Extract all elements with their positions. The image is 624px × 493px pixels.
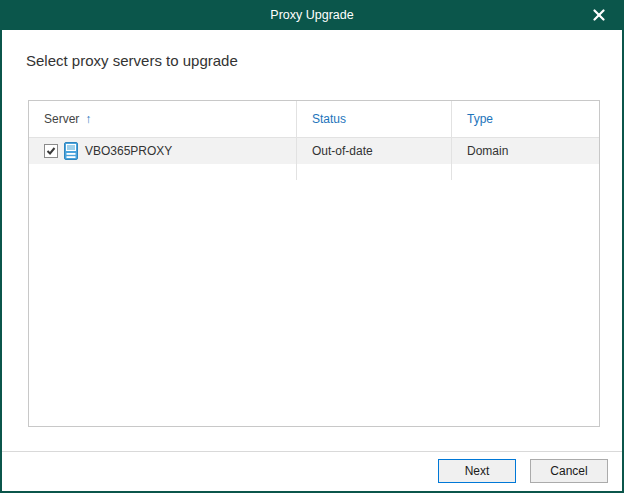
next-button[interactable]: Next	[438, 459, 516, 483]
type-value: Domain	[467, 144, 508, 158]
server-icon	[64, 142, 78, 160]
status-value: Out-of-date	[312, 144, 373, 158]
cancel-button[interactable]: Cancel	[530, 459, 608, 483]
column-header-status-label: Status	[312, 112, 346, 126]
page-title: Select proxy servers to upgrade	[26, 52, 238, 69]
titlebar: Proxy Upgrade	[0, 0, 624, 30]
column-header-server[interactable]: Server ↑	[29, 101, 297, 137]
table-row[interactable]: VBO365PROXY Out-of-date Domain	[29, 138, 599, 164]
server-cell: VBO365PROXY	[29, 138, 297, 164]
column-header-server-label: Server	[44, 112, 79, 126]
table-header-row: Server ↑ Status Type	[29, 101, 599, 138]
column-header-status[interactable]: Status	[297, 101, 452, 137]
close-icon	[593, 9, 605, 21]
window-title: Proxy Upgrade	[270, 8, 353, 22]
next-button-label: Next	[465, 464, 490, 478]
footer-separator	[2, 451, 622, 452]
close-button[interactable]	[582, 0, 616, 30]
column-header-type[interactable]: Type	[452, 101, 599, 137]
cancel-button-label: Cancel	[550, 464, 587, 478]
type-cell: Domain	[452, 138, 599, 164]
column-header-type-label: Type	[467, 112, 493, 126]
column-divider-stub	[29, 164, 599, 180]
proxy-server-table: Server ↑ Status Type	[28, 100, 600, 427]
row-checkbox[interactable]	[44, 144, 58, 158]
proxy-upgrade-dialog: Proxy Upgrade Select proxy servers to up…	[0, 0, 624, 493]
server-name: VBO365PROXY	[85, 144, 172, 158]
sort-ascending-icon: ↑	[85, 112, 91, 126]
status-cell: Out-of-date	[297, 138, 452, 164]
checkmark-icon	[46, 146, 56, 156]
